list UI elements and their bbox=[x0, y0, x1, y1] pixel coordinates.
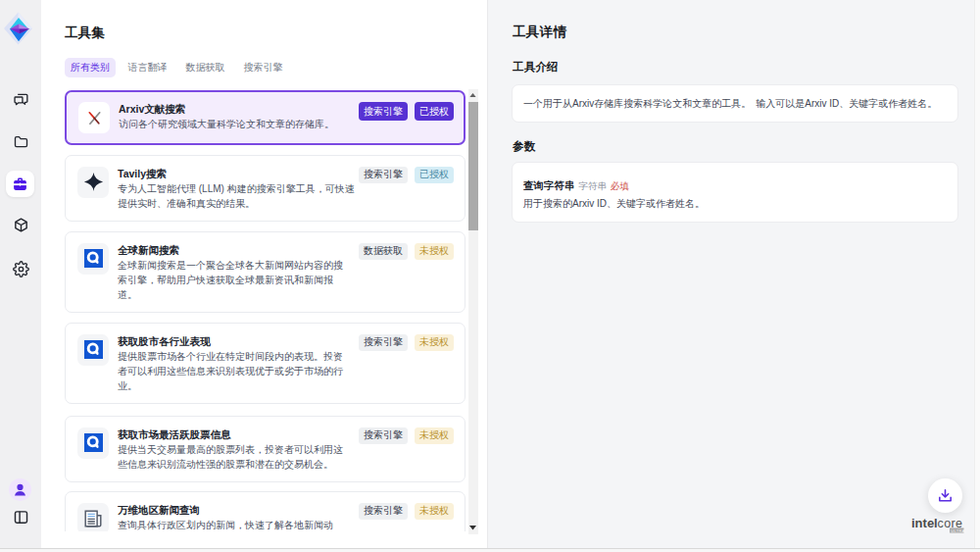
svg-text:ULTRA: ULTRA bbox=[951, 528, 964, 533]
svg-text:intel: intel bbox=[911, 516, 938, 530]
